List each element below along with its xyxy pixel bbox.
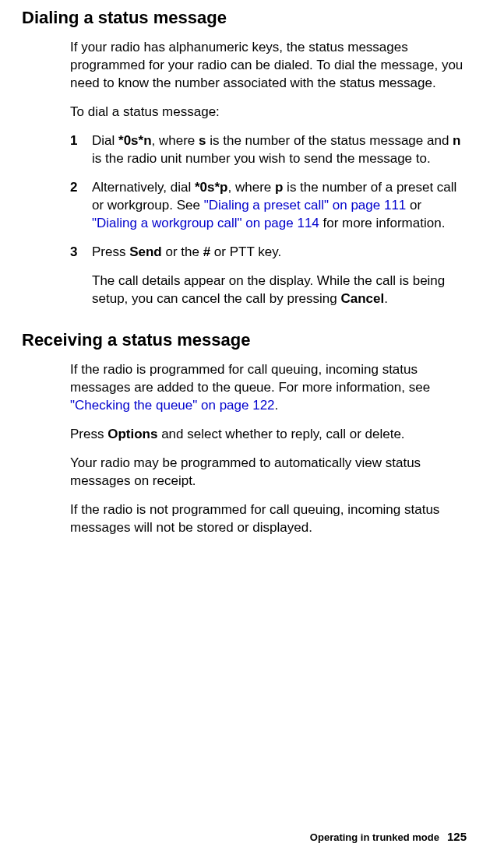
text: If the radio is programmed for call queu… <box>70 362 430 395</box>
text: Alternatively, dial <box>92 180 195 195</box>
heading-dialing: Dialing a status message <box>22 8 467 28</box>
text: or PTT key. <box>210 244 281 259</box>
receiving-p3: Your radio may be programmed to automati… <box>70 455 467 490</box>
intro-paragraph: If your radio has alphanumeric keys, the… <box>70 39 467 93</box>
text: Press <box>70 427 107 441</box>
instruction-lead: To dial a status message: <box>70 104 467 121</box>
text: . <box>275 398 279 413</box>
receiving-p1: If the radio is programmed for call queu… <box>70 361 467 415</box>
step-content: Alternatively, dial *0s*p, where p is th… <box>92 179 467 233</box>
bold-text: n <box>453 133 460 148</box>
link-dialing-preset[interactable]: "Dialing a preset call" on page 111 <box>204 198 407 213</box>
step-content: Press Send or the # or PTT key. <box>92 244 281 262</box>
text: , where <box>228 180 275 195</box>
step-number: 3 <box>70 244 92 262</box>
text: for more information. <box>319 216 446 230</box>
step-3-sub: The call details appear on the display. … <box>92 272 467 308</box>
step-content: Dial *0s*n, where s is the number of the… <box>92 132 467 168</box>
bold-text: Options <box>107 427 157 441</box>
link-dialing-workgroup[interactable]: "Dialing a workgroup call" on page 114 <box>92 216 319 230</box>
text: or the <box>162 244 203 259</box>
bold-text: # <box>203 244 210 259</box>
bold-text: p <box>275 180 283 195</box>
step-number: 2 <box>70 179 92 233</box>
text: and select whether to reply, call or del… <box>157 427 404 441</box>
bold-text: *0s*n <box>118 133 152 148</box>
step-2: 2 Alternatively, dial *0s*p, where p is … <box>70 179 467 233</box>
receiving-p2: Press Options and select whether to repl… <box>70 426 467 444</box>
step-1: 1 Dial *0s*n, where s is the number of t… <box>70 132 467 168</box>
heading-receiving: Receiving a status message <box>22 330 467 350</box>
page-number: 125 <box>447 830 467 843</box>
footer-section-title: Operating in trunked mode <box>310 831 439 843</box>
text: is the number of the status message and <box>206 133 453 148</box>
receiving-p4: If the radio is not programmed for call … <box>70 501 467 537</box>
bold-text: *0s*p <box>195 180 228 195</box>
link-checking-queue[interactable]: "Checking the queue" on page 122 <box>70 398 275 413</box>
step-3: 3 Press Send or the # or PTT key. <box>70 244 467 262</box>
text: The call details appear on the display. … <box>92 273 445 306</box>
text: Press <box>92 244 129 259</box>
text: . <box>384 291 388 306</box>
step-number: 1 <box>70 132 92 168</box>
text: or <box>406 198 421 213</box>
text: is the radio unit number you wish to sen… <box>92 151 431 166</box>
text: Dial <box>92 133 118 148</box>
text: , where <box>152 133 199 148</box>
bold-text: s <box>199 133 206 148</box>
page-footer: Operating in trunked mode125 <box>310 830 467 843</box>
bold-text: Send <box>129 244 162 259</box>
bold-text: Cancel <box>340 291 384 306</box>
